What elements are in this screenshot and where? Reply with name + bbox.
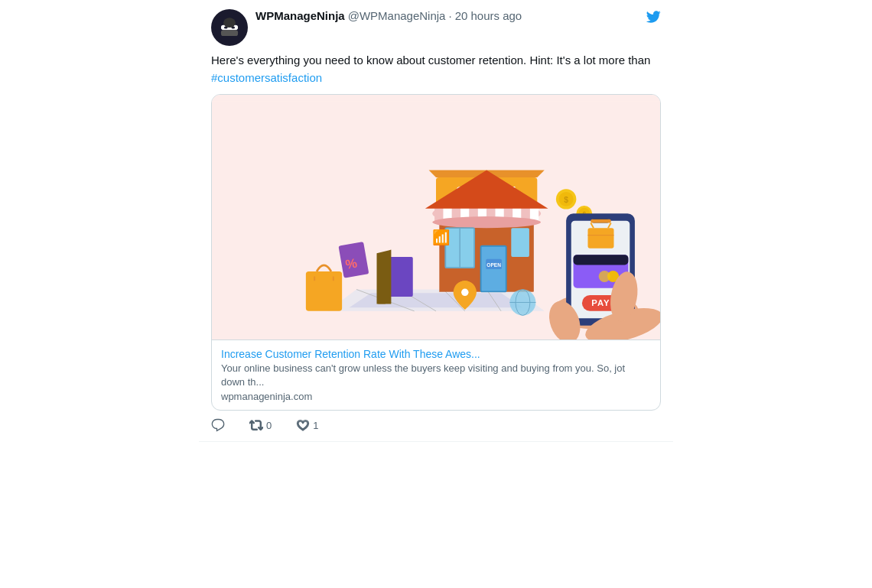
- tweet-actions: 0 1: [211, 418, 661, 432]
- svg-text:PAY: PAY: [591, 298, 610, 307]
- svg-text:📶: 📶: [432, 229, 451, 246]
- article-card-link[interactable]: STORE: [211, 94, 661, 411]
- tweet-meta: WPManageNinja @WPManageNinja · 20 hours …: [255, 9, 638, 22]
- svg-marker-8: [350, 293, 523, 307]
- retweet-count: 0: [266, 420, 272, 431]
- svg-point-51: [461, 289, 468, 296]
- tweet-meta-row: WPManageNinja @WPManageNinja · 20 hours …: [255, 9, 638, 22]
- svg-rect-44: [306, 271, 342, 311]
- svg-rect-39: [511, 228, 529, 257]
- svg-point-76: [599, 271, 610, 282]
- reply-button[interactable]: [211, 418, 225, 432]
- svg-text:$: $: [564, 196, 568, 204]
- retweet-button[interactable]: 0: [249, 418, 272, 432]
- twitter-bird-icon[interactable]: [646, 9, 661, 28]
- svg-text:%: %: [344, 256, 358, 272]
- separator-dot: ·: [448, 9, 451, 22]
- card-link-domain: wpmanageninja.com: [221, 391, 651, 402]
- svg-text:OPEN: OPEN: [486, 262, 501, 268]
- card-link-title: Increase Customer Retention Rate With Th…: [221, 348, 651, 360]
- svg-point-4: [223, 18, 236, 28]
- tweet-card: WPManageNinja @WPManageNinja · 20 hours …: [199, 0, 673, 442]
- svg-rect-74: [574, 255, 629, 265]
- hashtag-link[interactable]: #customersatisfaction: [211, 71, 322, 84]
- article-card-image: STORE: [212, 95, 660, 339]
- svg-marker-49: [376, 250, 391, 304]
- svg-rect-68: [587, 228, 613, 248]
- like-count: 1: [313, 420, 318, 431]
- tweet-text: Here's everything you need to know about…: [211, 52, 661, 86]
- svg-point-31: [432, 216, 541, 228]
- svg-rect-5: [221, 30, 238, 36]
- card-link-description: Your online business can't grow unless t…: [221, 362, 651, 389]
- article-card-content: Increase Customer Retention Rate With Th…: [212, 339, 660, 410]
- svg-rect-72: [591, 219, 610, 223]
- tweet-header: WPManageNinja @WPManageNinja · 20 hours …: [211, 9, 661, 46]
- avatar[interactable]: [211, 9, 248, 46]
- display-name[interactable]: WPManageNinja: [255, 9, 345, 22]
- like-button[interactable]: 1: [296, 418, 318, 432]
- tweet-timestamp: 20 hours ago: [455, 9, 522, 22]
- username[interactable]: @WPManageNinja: [348, 9, 446, 22]
